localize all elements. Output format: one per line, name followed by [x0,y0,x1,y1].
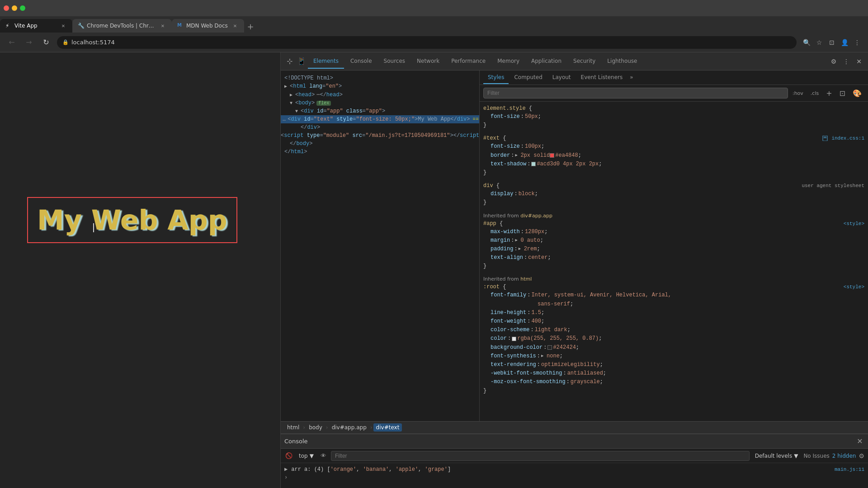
styles-tab-computed[interactable]: Computed [509,71,547,84]
tab-security[interactable]: Security [568,54,601,69]
context-selector[interactable]: top ▼ [296,452,316,460]
styles-tab-styles[interactable]: Styles [483,71,509,84]
tab-vite[interactable]: ⚡ Vite App ✕ [0,19,72,33]
console-eye-button[interactable]: 👁 [319,451,328,460]
console-prompt-line[interactable]: › [284,474,864,482]
css-prop-max-width: max-width: 1280px; [483,228,864,236]
css-close-brace-3: } [483,198,864,207]
css-prop-font-synthesis: font-synthesis: ▶ none; [483,352,864,361]
levels-selector[interactable]: Default levels ▼ [752,452,801,460]
html-line-div-app[interactable]: ▼ <div id="app" class="app"> [281,107,479,115]
styles-filter-input[interactable] [483,88,788,99]
html-line-head[interactable]: ▶ <head>⋯</head> [281,90,479,99]
html-line-div-text[interactable]: … <div id="text" style="font-size: 50px;… [281,115,479,123]
hidden-count: 2 hidden [832,453,856,459]
console-clear-button[interactable]: 🚫 [284,451,293,460]
css-close-brace-1: } [483,121,864,130]
html-line-body[interactable]: ▼ <body> flex [281,99,479,107]
breadcrumb-body[interactable]: body [306,423,325,432]
breadcrumb-div-text[interactable]: div#text [373,423,402,432]
tab-application[interactable]: Application [526,54,567,69]
console-prompt: › [284,474,288,481]
css-rule-div: div { user agent stylesheet display: blo… [483,183,864,207]
tab-devtools[interactable]: 🔧 Chrome DevTools | Chrome... ✕ [72,19,172,33]
bookmark-button[interactable]: ☆ [814,37,825,48]
console-settings-icon[interactable]: ⚙ [859,452,864,460]
tab-elements[interactable]: Elements [308,54,344,69]
devtools-inspect-icon[interactable]: ⊹ [284,56,295,67]
div-app-collapse-triangle[interactable]: ▼ [295,109,301,114]
breadcrumb-html[interactable]: html [284,423,302,432]
tab-performance[interactable]: Performance [446,54,491,69]
tab-lighthouse[interactable]: Lighthouse [602,54,642,69]
shadow-color-swatch[interactable] [531,162,536,166]
color-swatch-text[interactable] [512,337,516,341]
color-picker-button[interactable]: 🎨 [850,88,864,99]
html-collapse-triangle[interactable]: ▶ [284,84,290,89]
extensions-button[interactable]: ⊡ [826,37,837,48]
devtools-close-icon[interactable]: ✕ [854,56,864,67]
cls-button[interactable]: .cls [808,89,821,97]
close-button[interactable] [4,5,9,11]
styles-tab-event-listeners[interactable]: Event Listeners [576,71,627,84]
border-color-swatch[interactable] [550,153,554,158]
address-bar[interactable]: 🔒 localhost:5174 [57,36,797,49]
hov-button[interactable]: :hov [790,89,806,97]
console-title: Console [284,438,308,445]
tab-mdn[interactable]: M MDN Web Docs ✕ [172,19,244,33]
tab-mdn-close[interactable]: ✕ [231,22,239,29]
html-line-script[interactable]: <script type="module" src="/main.js?t=17… [281,131,479,140]
menu-button[interactable]: ⋮ [852,37,863,48]
html-line-div-close[interactable]: </div> [281,123,479,131]
tab-vite-close[interactable]: ✕ [60,22,67,29]
console-header: Console ✕ [281,434,868,449]
html-line-html[interactable]: ▶ <html lang="en"> [281,82,479,90]
devtools-settings-icon[interactable]: ⚙ [828,56,839,67]
tab-memory[interactable]: Memory [492,54,525,69]
css-rule-app: #app { <style> max-width: 1280px; margin… [483,221,864,271]
forward-button[interactable]: → [23,36,35,49]
devtools-main: <!DOCTYPE html> ▶ <html lang="en"> ▶ <he… [281,70,868,488]
inherited-from-app: Inherited from div#app.app [483,213,864,219]
css-rule-root: :root { <style> font-family: Inter, syst… [483,284,864,395]
css-source-root[interactable]: <style> [844,284,864,290]
new-rule-button[interactable]: ⊡ [837,88,848,99]
reload-button[interactable]: ↻ [40,36,52,49]
head-collapse-triangle[interactable]: ▶ [290,92,295,98]
css-source-app[interactable]: <style> [844,221,864,226]
css-prop-moz-smoothing: -moz-osx-font-smoothing: grayscale; [483,378,864,386]
bg-color-swatch[interactable] [547,345,552,350]
back-button[interactable]: ← [5,36,18,49]
breadcrumb-div-app[interactable]: div#app.app [329,423,369,432]
devtools-device-icon[interactable]: 📱 [296,56,307,67]
html-line-doctype[interactable]: <!DOCTYPE html> [281,74,479,82]
console-close-button[interactable]: ✕ [855,437,864,446]
devtools-more-icon[interactable]: ⋮ [841,56,852,67]
tab-devtools-close[interactable]: ✕ [159,22,166,29]
maximize-button[interactable] [20,5,25,11]
new-tab-button[interactable]: + [244,20,257,33]
nav-actions: 🔍 ☆ ⊡ 👤 ⋮ [801,37,863,48]
selected-indicator: == $0 [473,117,480,122]
address-text: localhost:5174 [71,39,115,46]
arr-expand-icon[interactable]: ▶ [284,466,288,473]
context-text: top [299,453,308,459]
html-line-body-close[interactable]: </body> [281,140,479,148]
styles-tab-more[interactable]: » [628,71,635,84]
tab-console[interactable]: Console [345,54,377,69]
css-source-index[interactable]: index.css:1 [822,136,864,141]
plus-button[interactable]: + [823,88,835,99]
flex-badge: flex [316,101,331,106]
profile-button[interactable]: 👤 [839,37,850,48]
minimize-button[interactable] [12,5,17,11]
console-log-source[interactable]: main.js:11 [835,467,864,472]
search-button[interactable]: 🔍 [801,37,812,48]
tab-sources[interactable]: Sources [378,54,410,69]
tab-network[interactable]: Network [411,54,445,69]
html-line-html-close[interactable]: </html> [281,148,479,156]
body-collapse-triangle[interactable]: ▼ [290,101,295,106]
console-filter-input[interactable] [331,451,750,461]
css-selector-div: div { user agent stylesheet [483,183,864,189]
styles-tab-layout[interactable]: Layout [548,71,576,84]
tab-devtools-title: Chrome DevTools | Chrome... [87,23,156,29]
